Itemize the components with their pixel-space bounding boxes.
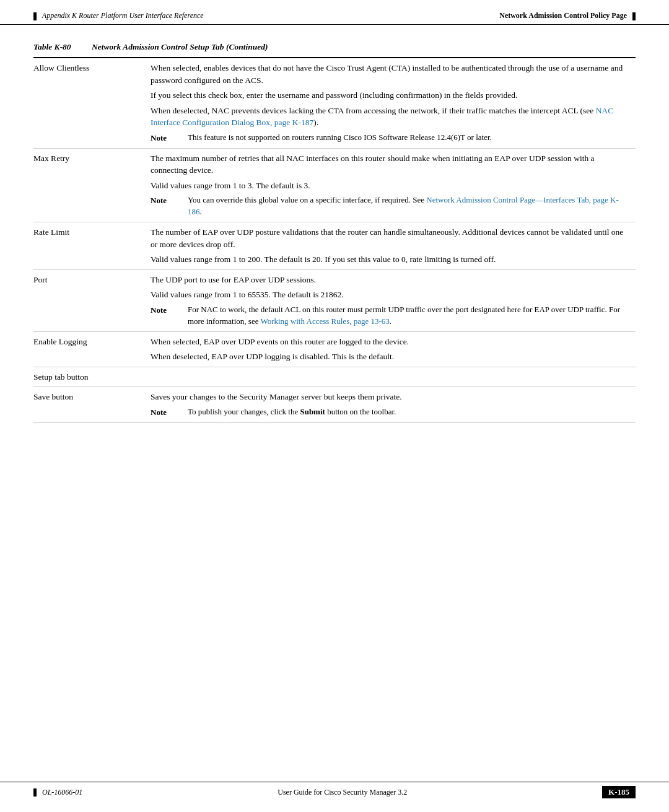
submit-bold: Submit (300, 407, 325, 416)
page-header: Appendix K Router Platform User Interfac… (0, 0, 669, 25)
para-2: If you select this check box, enter the … (151, 89, 631, 102)
page: Appendix K Router Platform User Interfac… (0, 0, 669, 812)
note-label: Note (151, 132, 183, 144)
para-1: Saves your changes to the Security Manag… (151, 391, 631, 403)
row-content-port: The UDP port to use for EAP over UDP ses… (142, 269, 636, 331)
note-label: Note (151, 304, 183, 317)
table-number: Table K-80 (33, 42, 71, 51)
footer-center: User Guide for Cisco Security Manager 3.… (278, 788, 407, 797)
para-2: Valid values range from 1 to 200. The de… (151, 253, 631, 266)
note-row: Note To publish your changes, click the … (151, 406, 631, 419)
note-row: Note For NAC to work, the default ACL on… (151, 304, 631, 328)
nac-interface-link[interactable]: NAC Interface Configuration Dialog Box, … (151, 106, 613, 128)
note-row: Note This feature is not supported on ro… (151, 132, 631, 144)
footer-left: OL-16066-01 (33, 788, 82, 797)
row-label-port: Port (33, 269, 142, 331)
para-1: The number of EAP over UDP posture valid… (151, 226, 631, 250)
note-text: This feature is not supported on routers… (188, 132, 631, 144)
nac-interfaces-tab-link[interactable]: Network Admission Control Page—Interface… (188, 195, 619, 216)
row-label-setup-tab-button: Setup tab button (33, 367, 142, 387)
footer-left-text: OL-16066-01 (42, 788, 82, 797)
main-table: Allow Clientless When selected, enables … (33, 57, 636, 423)
row-content-rate-limit: The number of EAP over UDP posture valid… (142, 222, 636, 270)
header-right-bar (632, 12, 636, 20)
table-row: Allow Clientless When selected, enables … (33, 58, 636, 148)
para-1: When selected, EAP over UDP events on th… (151, 336, 631, 348)
access-rules-link[interactable]: Working with Access Rules, page 13-63 (260, 317, 389, 326)
para-1: The maximum number of retries that all N… (151, 152, 631, 177)
footer-center-text: User Guide for Cisco Security Manager 3.… (278, 788, 407, 797)
para-1: The UDP port to use for EAP over UDP ses… (151, 274, 631, 286)
footer-page-number: K-185 (608, 787, 629, 797)
row-content-save-button: Saves your changes to the Security Manag… (142, 387, 636, 422)
para-2: Valid values range from 1 to 65535. The … (151, 289, 631, 301)
table-title: Table K-80 Network Admission Control Set… (33, 42, 636, 52)
table-row: Rate Limit The number of EAP over UDP po… (33, 222, 636, 270)
row-content-enable-logging: When selected, EAP over UDP events on th… (142, 331, 636, 367)
header-right: Network Admission Control Policy Page (499, 11, 636, 20)
row-label-enable-logging: Enable Logging (33, 331, 142, 367)
header-right-text: Network Admission Control Policy Page (499, 11, 627, 20)
note-text: To publish your changes, click the Submi… (188, 406, 631, 418)
note-row: Note You can override this global value … (151, 194, 631, 218)
row-content-setup-tab-button (142, 367, 636, 387)
note-text: You can override this global value on a … (188, 194, 631, 218)
para-3: When deselected, NAC prevents devices la… (151, 105, 631, 129)
para-1: When selected, enables devices that do n… (151, 62, 631, 86)
row-label-save-button: Save button (33, 387, 142, 422)
table-row: Setup tab button (33, 367, 636, 387)
table-description: Network Admission Control Setup Tab (Con… (92, 42, 268, 51)
row-content-max-retry: The maximum number of retries that all N… (142, 148, 636, 222)
header-left: Appendix K Router Platform User Interfac… (33, 11, 204, 20)
note-label: Note (151, 194, 183, 207)
para-2: When deselected, EAP over UDP logging is… (151, 351, 631, 363)
header-bar-icon (33, 12, 37, 20)
note-text: For NAC to work, the default ACL on this… (188, 304, 631, 328)
footer-right: K-185 (602, 786, 636, 798)
footer-bar-icon (33, 788, 37, 797)
table-row: Port The UDP port to use for EAP over UD… (33, 269, 636, 331)
header-left-text: Appendix K Router Platform User Interfac… (42, 11, 204, 20)
content-area: Table K-80 Network Admission Control Set… (0, 25, 669, 473)
para-2: Valid values range from 1 to 3. The defa… (151, 180, 631, 192)
table-row: Enable Logging When selected, EAP over U… (33, 331, 636, 367)
page-footer: OL-16066-01 User Guide for Cisco Securit… (0, 782, 669, 798)
table-row: Save button Saves your changes to the Se… (33, 387, 636, 422)
table-row: Max Retry The maximum number of retries … (33, 148, 636, 222)
row-label-max-retry: Max Retry (33, 148, 142, 222)
row-label-allow-clientless: Allow Clientless (33, 58, 142, 148)
note-label: Note (151, 406, 183, 419)
row-content-allow-clientless: When selected, enables devices that do n… (142, 58, 636, 148)
row-label-rate-limit: Rate Limit (33, 222, 142, 270)
